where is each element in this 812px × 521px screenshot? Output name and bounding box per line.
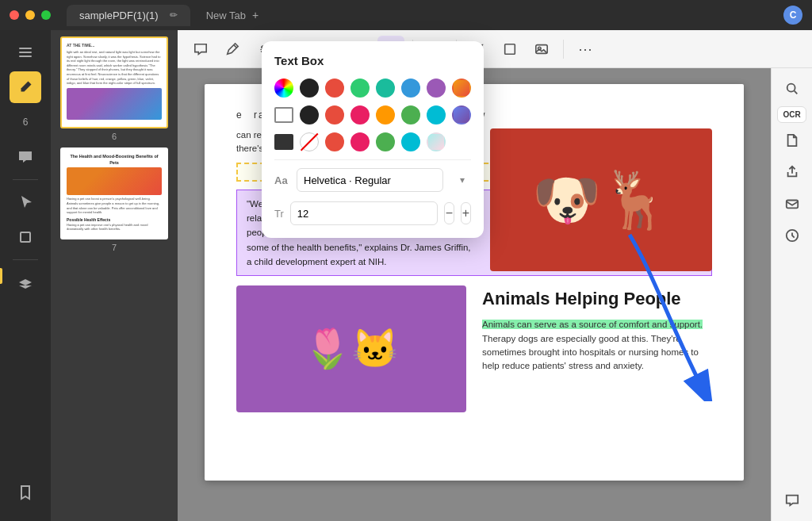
swatch-orange-2[interactable]	[376, 105, 395, 125]
pencil-icon: ✏	[170, 10, 178, 21]
search-btn[interactable]	[778, 75, 806, 103]
swatch-red-1[interactable]	[325, 79, 344, 98]
swatch-green-2[interactable]	[401, 105, 420, 125]
swatch-red-3[interactable]	[325, 132, 344, 151]
svg-rect-0	[19, 48, 32, 49]
clock-btn[interactable]	[778, 221, 806, 250]
swatch-green-1[interactable]	[350, 79, 370, 98]
tab-title: samplePDF(1)(1)	[79, 10, 159, 21]
flower-emoji: 🌷🐱	[304, 320, 399, 377]
dog-image-container: 🐶🦌	[490, 128, 712, 271]
border-color-row	[274, 105, 471, 125]
image-insert-btn[interactable]	[528, 36, 555, 63]
two-col-section: 🌷🐱 Animals Helping People Animals can se…	[236, 285, 712, 412]
add-tab-icon[interactable]: +	[252, 9, 259, 21]
share-btn[interactable]	[778, 158, 806, 186]
swatch-grad-3[interactable]	[427, 132, 446, 151]
swatch-black-1[interactable]	[300, 79, 319, 98]
font-select-wrap: Helvetica · Regular Arial · Regular Time…	[297, 168, 471, 192]
swatch-teal-1[interactable]	[376, 79, 395, 98]
traffic-lights	[10, 10, 51, 20]
active-tab[interactable]: samplePDF(1)(1) ✏	[67, 5, 190, 26]
font-size-minus-btn[interactable]: −	[444, 202, 454, 224]
svg-rect-6	[505, 44, 515, 54]
sidebar-toggle-icon[interactable]	[10, 36, 41, 68]
font-aa-label: Aa	[274, 174, 290, 186]
flower-image: 🌷🐱	[236, 285, 466, 412]
font-size-input[interactable]: 12	[290, 201, 438, 225]
swatch-red-2[interactable]	[325, 105, 344, 125]
svg-rect-1	[19, 52, 32, 53]
swatch-purple-1[interactable]	[427, 79, 446, 98]
select-icon[interactable]	[10, 186, 41, 218]
shape-tool-btn[interactable]	[496, 36, 523, 63]
thumb-7-cat-image	[67, 167, 162, 195]
thumbnail-page-7[interactable]: The Health and Mood-Boosting Benefits of…	[57, 147, 171, 252]
fill-bg-color-row	[274, 132, 471, 151]
thumb-7-title: The Health and Mood-Boosting Benefits of…	[67, 154, 162, 166]
content-right-wrapper: Text Box	[178, 68, 812, 521]
more-tool-btn[interactable]: ⋯	[572, 36, 599, 63]
svg-rect-11	[786, 201, 797, 209]
app-body: 6 AT THE TIME... light with an ideal res…	[0, 30, 812, 521]
right-sidebar: OCR	[771, 68, 812, 521]
swatch-pink-2[interactable]	[350, 105, 370, 125]
right-col: Animals Helping People Animals can serve…	[482, 285, 712, 412]
pencil-tool-btn[interactable]	[219, 36, 246, 63]
tab-area: samplePDF(1)(1) ✏ New Tab + C	[67, 5, 802, 26]
separator-3	[563, 40, 564, 59]
bookmark-icon[interactable]	[10, 477, 41, 508]
swatch-grad-2[interactable]	[452, 105, 471, 125]
divider-2	[13, 259, 38, 260]
section-title: Animals Helping People	[482, 285, 712, 312]
dog-image: 🐶🦌	[490, 128, 712, 271]
swatch-cyan-2[interactable]	[427, 105, 446, 125]
user-avatar[interactable]: C	[783, 6, 802, 25]
crop-icon[interactable]	[10, 221, 41, 253]
mail-btn[interactable]	[778, 190, 806, 218]
ocr-btn[interactable]: OCR	[777, 106, 806, 123]
page-number-label: 6	[10, 106, 41, 138]
thumb-6[interactable]: AT THE TIME... light with an ideal rest,…	[60, 36, 168, 128]
thumb-6-image	[67, 88, 162, 120]
layers-icon[interactable]	[10, 266, 41, 298]
swatch-grad-1[interactable]	[452, 79, 471, 98]
left-sidebar: 6	[0, 30, 51, 521]
swatch-none[interactable]	[300, 132, 319, 151]
thumb-6-content: AT THE TIME... light with an ideal rest,…	[67, 43, 162, 122]
thumbnail-page-6[interactable]: AT THE TIME... light with an ideal rest,…	[57, 36, 171, 141]
fill-bg-icon	[274, 134, 293, 150]
left-col: 🌷🐱	[236, 285, 466, 412]
green-highlight-text: Animals can serve as a source of comfort…	[482, 320, 703, 329]
swatch-black-2[interactable]	[300, 105, 319, 125]
thumb-label-6: 6	[112, 132, 117, 141]
swatch-blue-1[interactable]	[401, 79, 420, 98]
font-row: Aa Helvetica · Regular Arial · Regular T…	[274, 159, 471, 192]
animals-help-text: Animals can serve as a source of comfort…	[482, 318, 712, 373]
size-tr-label: Tr	[274, 208, 284, 220]
thumb-7[interactable]: The Health and Mood-Boosting Benefits of…	[60, 147, 168, 239]
font-size-plus-btn[interactable]: +	[461, 202, 471, 224]
maximize-button[interactable]	[41, 10, 51, 20]
textbox-popup: Text Box	[262, 68, 484, 238]
svg-rect-2	[19, 56, 32, 57]
minimize-button[interactable]	[25, 10, 35, 20]
comment-tool-btn[interactable]	[187, 36, 214, 63]
body-text-2: Therapy dogs are especially good at this…	[482, 334, 699, 371]
file-btn[interactable]	[778, 126, 806, 155]
swatch-green-3[interactable]	[376, 132, 395, 151]
new-tab[interactable]: New Tab +	[197, 6, 269, 25]
font-select[interactable]: Helvetica · Regular Arial · Regular Time…	[297, 168, 443, 192]
thumbnail-panel: AT THE TIME... light with an ideal rest,…	[51, 30, 178, 521]
svg-point-10	[787, 84, 795, 92]
swatch-cyan-3[interactable]	[401, 132, 420, 151]
chat-btn[interactable]	[778, 486, 806, 515]
annotate-icon[interactable]	[10, 71, 41, 103]
thumb-7-content: The Health and Mood-Boosting Benefits of…	[67, 154, 162, 233]
close-button[interactable]	[10, 10, 19, 20]
comment-icon[interactable]	[10, 141, 41, 173]
font-size-row: Tr 12 − +	[274, 201, 471, 225]
color-wheel-icon[interactable]	[274, 79, 293, 98]
svg-rect-3	[21, 232, 30, 242]
swatch-pink-3[interactable]	[350, 132, 370, 151]
